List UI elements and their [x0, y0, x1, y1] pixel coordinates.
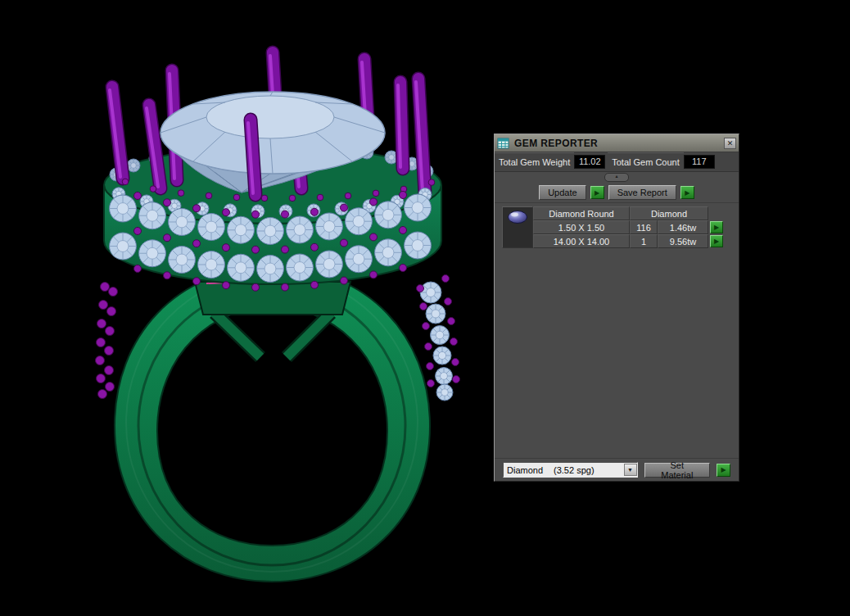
gem-name-cell[interactable]: Diamond Round — [533, 206, 630, 220]
material-bar: Diamond (3.52 spg) ▼ Set Material ▶ — [495, 459, 739, 481]
collapse-handle[interactable]: ▴ — [604, 173, 629, 182]
gem-reporter-titlebar[interactable]: GEM REPORTER ✕ — [495, 134, 739, 152]
gem-stats-bar: Total Gem Weight 11.02 Total Gem Count 1… — [495, 152, 739, 172]
ring-gallery — [195, 280, 350, 357]
total-gem-weight-label: Total Gem Weight — [495, 152, 574, 171]
save-report-run-icon[interactable]: ▶ — [680, 186, 694, 199]
set-material-run-icon[interactable]: ▶ — [717, 464, 730, 477]
material-density: (3.52 spg) — [554, 465, 595, 475]
gem-reporter-panel: GEM REPORTER ✕ Total Gem Weight 11.02 To… — [494, 134, 739, 482]
row-action-cell: ▶ — [708, 234, 726, 248]
material-dropdown[interactable]: Diamond (3.52 spg) ▼ — [503, 462, 638, 478]
gem-reporter-icon — [497, 138, 510, 149]
update-run-icon[interactable]: ▶ — [590, 186, 604, 199]
gem-material-cell[interactable]: Diamond — [630, 206, 708, 220]
gem-count-cell[interactable]: 116 — [630, 220, 658, 234]
spacer-cell — [708, 206, 726, 220]
row-select-icon[interactable]: ▶ — [710, 235, 723, 247]
gem-size-cell[interactable]: 14.00 X 14.00 — [533, 234, 630, 248]
material-name: Diamond — [507, 465, 543, 475]
total-gem-count-value: 117 — [684, 155, 715, 169]
row-select-icon[interactable]: ▶ — [710, 221, 723, 233]
close-button[interactable]: ✕ — [724, 138, 736, 149]
panel-title: GEM REPORTER — [514, 138, 598, 149]
gem-count-cell[interactable]: 1 — [630, 234, 658, 248]
app-window: GEM REPORTER ✕ Total Gem Weight 11.02 To… — [0, 0, 850, 616]
action-button-row: Update ▶ Save Report ▶ — [495, 183, 739, 202]
save-report-button[interactable]: Save Report — [608, 185, 676, 200]
dropdown-arrow-icon[interactable]: ▼ — [624, 464, 637, 476]
collapse-strip: ▴ — [495, 172, 739, 183]
update-button[interactable]: Update — [539, 185, 586, 200]
total-gem-weight-value: 11.02 — [574, 155, 605, 169]
gem-thumbnail-cell — [502, 206, 533, 248]
gem-list-area: Diamond Round Diamond 1.50 X 1.50 116 1.… — [495, 202, 739, 459]
total-gem-count-label: Total Gem Count — [608, 152, 684, 171]
gem-table: Diamond Round Diamond 1.50 X 1.50 116 1.… — [502, 206, 731, 248]
gem-weight-cell[interactable]: 1.46tw — [658, 220, 708, 234]
gem-weight-cell[interactable]: 9.56tw — [658, 234, 708, 248]
row-action-cell: ▶ — [708, 220, 726, 234]
gem-size-cell[interactable]: 1.50 X 1.50 — [533, 220, 630, 234]
set-material-button[interactable]: Set Material — [644, 463, 711, 478]
gem-thumbnail-icon — [507, 210, 528, 224]
